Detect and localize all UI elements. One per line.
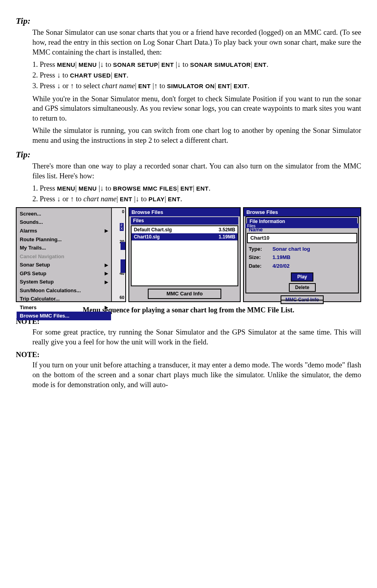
menu-item[interactable]: Cancel Navigation <box>17 252 111 261</box>
step1: 1. Press MENU| MENU |↓ to SONAR SETUP| E… <box>32 60 361 70</box>
note1-para: For some great practice, try running the… <box>32 327 361 347</box>
tip1-para3: While the simulator is running, you can … <box>32 126 361 146</box>
file-info-panel: Browse Files Files File Information Name… <box>243 207 361 302</box>
s2-ent: ENT <box>114 72 127 79</box>
mmc-card-info-button-crossed[interactable]: MMC Card Info <box>281 295 324 304</box>
t2s2-play: PLAY <box>149 196 165 202</box>
menu-item-label: Cancel Navigation <box>20 253 64 260</box>
menu-item[interactable]: Timers▶ <box>17 303 111 312</box>
tip2-body: There's more than one way to play a reco… <box>32 161 361 181</box>
s1-ent1: ENT <box>161 61 174 68</box>
tip1-after: While you're in the Sonar Simulator menu… <box>32 94 361 146</box>
info-titlebar: Browse Files <box>244 208 360 217</box>
s2-t1: 2. Press ↓ to <box>32 71 70 79</box>
menu-list: Screen...Sounds...Alarms▶Route Planning.… <box>17 208 111 301</box>
t2s1-browse: BROWSE MMC FILES <box>113 185 177 192</box>
t2s2-name: chart name <box>83 195 117 203</box>
menu-item-label: GPS Setup <box>20 270 46 277</box>
t2s2-a: 2. Press ↓ or ↑ to <box>32 195 83 203</box>
info-value: Sonar chart log <box>272 246 310 253</box>
ruler-block1 <box>121 242 125 250</box>
menu-item-label: System Setup <box>20 278 54 285</box>
delete-button[interactable]: Delete <box>289 283 316 292</box>
file-size: 3.52MB <box>219 227 235 233</box>
menu-item-label: My Trails... <box>20 244 46 251</box>
browse-titlebar: Browse Files <box>129 208 240 217</box>
s3-ent2: ENT <box>218 83 230 89</box>
info-name-value: Chart10 <box>247 233 357 243</box>
s1-ent2: ENT <box>254 61 267 68</box>
s1-menu2: MENU <box>79 61 97 68</box>
menu-item-label: Browse MMC Files... <box>20 312 70 320</box>
s3-t2: |↑ to <box>153 82 167 90</box>
ruler-0: 0 <box>122 209 124 215</box>
file-row[interactable]: Default Chart.slg3.52MB <box>132 226 238 233</box>
browse-files-subtitle: Files <box>131 217 239 224</box>
s1-t1: 1. Press <box>32 61 57 68</box>
menu-item-label: Sun/Moon Calculations... <box>20 287 81 294</box>
menu-item-label: Sonar Setup <box>20 261 50 268</box>
ruler-60: 60 <box>119 295 124 301</box>
t2s1-ent1: ENT <box>181 185 193 192</box>
tip1-body: The Sonar Simulator can use sonar charts… <box>32 28 361 57</box>
s1-t3: |↓ to <box>175 61 190 68</box>
menu-item[interactable]: Screen... <box>17 210 111 218</box>
menu-item-label: Route Planning... <box>20 236 62 243</box>
info-value: 1.19MB <box>272 254 290 261</box>
t2s1-a: 1. Press <box>32 184 57 192</box>
s1-sim: SONAR SIMULATOR <box>190 61 251 68</box>
step3: 3. Press ↓ or ↑ to select chart name| EN… <box>32 81 361 91</box>
tip2-steps: 1. Press MENU| MENU |↓ to BROWSE MMC FIL… <box>32 183 361 204</box>
t2s1-menu2: MENU <box>79 185 97 192</box>
menu-item[interactable]: Sounds... <box>17 218 111 227</box>
t2s1-menu: MENU <box>57 185 75 192</box>
s3-t1: 3. Press ↓ or ↑ to select <box>32 82 102 90</box>
submenu-arrow-icon: ▶ <box>105 262 108 268</box>
menu-item[interactable]: System Setup▶ <box>17 278 111 286</box>
note2-body: If you turn on your unit before attachin… <box>32 360 361 390</box>
tip1-steps: 1. Press MENU| MENU |↓ to SONAR SETUP| E… <box>32 60 361 91</box>
mmc-card-info-button[interactable]: MMC Card Info <box>148 289 221 299</box>
menu-item[interactable]: Sun/Moon Calculations... <box>17 286 111 295</box>
submenu-arrow-icon: ▶ <box>105 270 108 276</box>
menu-item[interactable]: Sonar Setup▶ <box>17 261 111 269</box>
menu-item[interactable]: GPS Setup▶ <box>17 269 111 278</box>
play-button[interactable]: Play <box>291 272 313 281</box>
t2s2-ent1: ENT <box>120 196 132 202</box>
menu-item[interactable]: Route Planning... <box>17 235 111 244</box>
t2s2-b: |↓ to <box>134 195 149 203</box>
file-name: Chart10.slg <box>134 234 160 240</box>
submenu-arrow-icon: ▶ <box>105 228 108 234</box>
tip1-para2: While you're in the Sonar Simulator menu… <box>32 94 361 124</box>
menu-item-label: Screen... <box>20 210 41 217</box>
menu-item-label: Timers <box>20 304 36 311</box>
menu-item[interactable]: My Trails... <box>17 244 111 252</box>
s3-exit: EXIT <box>234 83 247 89</box>
info-label: Type: <box>249 246 272 253</box>
info-files-strike: Files <box>245 223 359 228</box>
depth-ruler: 0 2X 20 40 60 <box>111 208 125 301</box>
screenshots-row: Screen...Sounds...Alarms▶Route Planning.… <box>16 207 361 302</box>
menu-item[interactable]: Trip Calculator... <box>17 295 111 303</box>
tip2-step1: 1. Press MENU| MENU |↓ to BROWSE MMC FIL… <box>32 183 361 193</box>
tip2-step2: 2. Press ↓ or ↑ to chart name| ENT |↓ to… <box>32 194 361 204</box>
menu-item-label: Alarms <box>20 227 37 234</box>
info-row: Size:1.19MB <box>247 253 357 262</box>
menu-item-label: Trip Calculator... <box>20 295 60 303</box>
file-row[interactable]: Chart10.slg1.19MB <box>132 233 238 240</box>
s2-chart: CHART USED <box>70 72 111 79</box>
note2-heading: NOTE: <box>16 350 361 360</box>
t2s2-ent2: ENT <box>168 196 181 202</box>
info-label: Size: <box>249 254 272 261</box>
menu-panel: Screen...Sounds...Alarms▶Route Planning.… <box>16 207 126 302</box>
submenu-arrow-icon: ▶ <box>105 279 108 285</box>
ruler-2x: 2X <box>120 223 124 231</box>
s3-ent1: ENT <box>138 83 151 89</box>
info-value: 4/20/02 <box>272 263 289 270</box>
s3-name: chart name <box>102 82 135 90</box>
menu-item[interactable]: Alarms▶ <box>17 227 111 235</box>
browse-files-panel: Browse Files Files Default Chart.slg3.52… <box>128 207 241 302</box>
menu-item[interactable]: Browse MMC Files... <box>17 312 111 320</box>
tip2-heading: Tip: <box>16 149 361 161</box>
submenu-arrow-icon: ▶ <box>105 304 108 310</box>
